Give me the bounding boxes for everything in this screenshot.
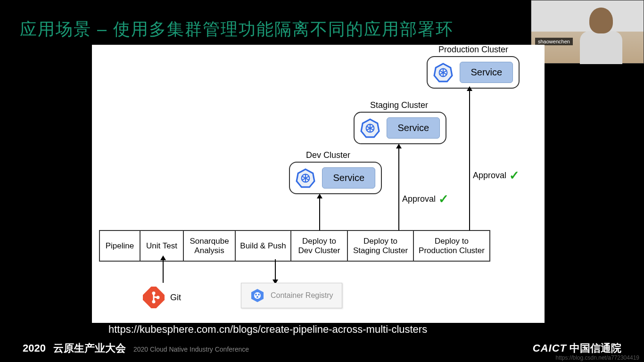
approval-staging-label: Approval — [402, 194, 436, 204]
pipeline-row: Pipeline Unit Test Sonarqube Analysis Bu… — [99, 230, 490, 262]
stage-deploy-dev: Deploy to Dev Cluster — [291, 230, 348, 262]
container-registry-node: Container Registry — [241, 283, 342, 308]
approval-prod-label: Approval — [473, 171, 506, 181]
footer-event: 2020 云原生产业大会 2020 Cloud Native Industry … — [23, 341, 249, 355]
reference-url: https://kubesphere.com.cn/blogs/create-p… — [108, 323, 427, 336]
cluster-prod: Service — [427, 56, 520, 89]
presenter-name: shaowenchen — [535, 38, 573, 45]
cluster-dev: Service — [289, 162, 382, 194]
kubernetes-icon — [433, 63, 453, 82]
kubernetes-icon — [360, 118, 380, 138]
footer-org: CAICT 中国信通院 — [533, 341, 621, 355]
footer-year: 2020 — [23, 342, 46, 354]
git-icon — [143, 287, 165, 308]
svg-line-27 — [154, 297, 158, 297]
stage-deploy-staging: Deploy to Staging Cluster — [348, 230, 414, 262]
check-icon: ✓ — [438, 192, 449, 206]
svg-point-31 — [258, 294, 260, 296]
approval-prod: Approval ✓ — [473, 168, 520, 183]
service-box-prod: Service — [460, 62, 513, 83]
footer-org-en: CAICT — [533, 342, 567, 354]
stage-build-push: Build & Push — [236, 230, 291, 262]
diagram-canvas: Production Cluster Service Staging Clust… — [92, 45, 545, 323]
approval-staging: Approval ✓ — [402, 192, 449, 206]
service-box-dev: Service — [322, 167, 375, 189]
footer-event-cn: 云原生产业大会 — [53, 341, 126, 355]
slide-title: 应用场景 – 使用多集群管理功能隔离不同的应用部署环 — [20, 18, 454, 41]
git-node: Git — [143, 287, 181, 308]
footer-event-en: 2020 Cloud Native Industry Conference — [133, 346, 249, 353]
pipeline-label: Pipeline — [99, 230, 140, 262]
webcam-overlay: shaowenchen — [531, 0, 644, 64]
stage-sonarqube: Sonarqube Analysis — [184, 230, 236, 262]
cluster-label-staging: Staging Cluster — [370, 100, 428, 110]
container-registry-icon — [250, 288, 265, 303]
footer-org-cn: 中国信通院 — [570, 341, 621, 355]
cluster-label-dev: Dev Cluster — [306, 150, 350, 160]
svg-point-30 — [255, 294, 257, 296]
kubernetes-icon — [296, 168, 315, 188]
git-label: Git — [170, 293, 181, 303]
check-icon: ✓ — [509, 168, 520, 183]
cluster-staging: Service — [354, 112, 446, 144]
svg-point-32 — [256, 296, 258, 298]
cluster-label-prod: Production Cluster — [438, 45, 508, 55]
container-registry-label: Container Registry — [271, 291, 333, 300]
service-box-staging: Service — [387, 117, 440, 139]
stage-deploy-prod: Deploy to Production Cluster — [414, 230, 490, 262]
watermark: https://blog.csdn.net/a772304419 — [556, 354, 639, 361]
presenter-silhouette — [573, 5, 629, 62]
